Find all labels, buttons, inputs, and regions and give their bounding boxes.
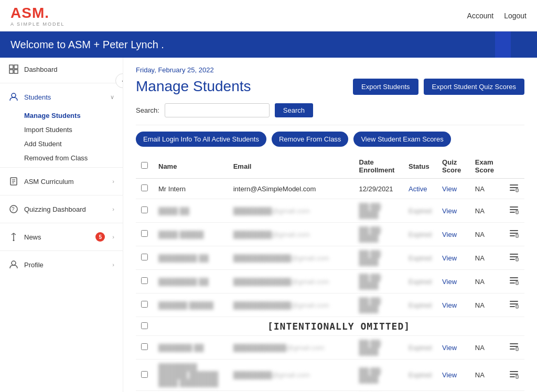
search-input[interactable] xyxy=(165,103,270,117)
remove-from-class-button[interactable]: Remove From Class xyxy=(272,132,348,147)
sidebar-item-news[interactable]: News 5 › xyxy=(0,225,123,248)
row-quiz-score[interactable]: View xyxy=(437,199,470,223)
row-select-checkbox[interactable] xyxy=(141,206,148,213)
svg-rect-25 xyxy=(510,254,518,255)
row-action-icon[interactable] xyxy=(503,199,524,223)
row-details-icon[interactable] xyxy=(509,302,519,311)
row-select-checkbox[interactable] xyxy=(141,254,148,260)
row-quiz-score[interactable]: View xyxy=(437,270,470,293)
row-details-icon[interactable] xyxy=(509,208,519,216)
quiz-score-link[interactable]: View xyxy=(442,371,457,379)
row-email: intern@ASimpleModel.com xyxy=(228,179,354,199)
svg-rect-16 xyxy=(516,189,518,192)
sidebar-item-profile[interactable]: Profile › xyxy=(0,253,123,276)
svg-rect-27 xyxy=(510,259,515,260)
sidebar-item-add-student[interactable]: Add Student xyxy=(24,137,123,151)
header-name: Name xyxy=(153,154,228,179)
row-action-icon[interactable] xyxy=(503,360,524,391)
curriculum-icon xyxy=(8,176,19,187)
sidebar-item-dashboard[interactable]: Dashboard xyxy=(0,58,123,81)
top-bar: ASM. A SIMPLE MODEL Account Logout xyxy=(0,0,537,31)
svg-rect-18 xyxy=(510,209,518,210)
email-login-button[interactable]: Email Login Info To All Active Students xyxy=(136,132,266,147)
export-students-button[interactable]: Export Students xyxy=(353,79,418,95)
quiz-score-link[interactable]: View xyxy=(442,278,457,286)
svg-point-12 xyxy=(12,261,16,265)
select-all-checkbox[interactable] xyxy=(141,162,148,169)
quiz-score-link[interactable]: View xyxy=(442,344,457,352)
svg-rect-23 xyxy=(510,235,515,236)
row-exam-score: NA xyxy=(470,336,503,360)
row-quiz-score[interactable]: View xyxy=(437,336,470,360)
row-name: ████ ██ xyxy=(153,199,228,223)
export-quiz-scores-button[interactable]: Export Student Quiz Scores xyxy=(424,79,524,95)
quiz-score-link[interactable]: View xyxy=(442,231,457,238)
svg-rect-40 xyxy=(516,347,518,351)
action-buttons-row: Email Login Info To All Active Students … xyxy=(136,132,524,147)
date-text: Friday, February 25, 2022 xyxy=(136,66,524,74)
logo-asm: ASM xyxy=(10,5,45,21)
row-exam-score: NA xyxy=(470,179,503,199)
logo-dot: . xyxy=(45,5,49,21)
news-icon xyxy=(8,232,19,242)
row-details-icon[interactable] xyxy=(509,278,519,287)
row-action-icon[interactable] xyxy=(503,179,524,199)
table-row: [INTENTIONALLY OMITTED] xyxy=(136,317,524,336)
row-action-icon[interactable] xyxy=(503,270,524,293)
row-select-checkbox[interactable] xyxy=(141,230,148,237)
quiz-score-link[interactable]: View xyxy=(442,254,457,262)
students-table: Name Email Date Enrollment Status Quiz S… xyxy=(136,154,524,392)
row-details-icon[interactable] xyxy=(509,231,519,240)
sidebar-item-asm-curriculum[interactable]: ASM Curriculum › xyxy=(0,170,123,193)
quiz-score-link[interactable]: View xyxy=(442,207,457,215)
row-email: ████████@gmail.com xyxy=(228,360,354,391)
row-details-icon[interactable] xyxy=(509,186,519,194)
row-quiz-score[interactable]: View xyxy=(437,179,470,199)
sidebar-item-students[interactable]: Students ∨ xyxy=(0,85,123,108)
sidebar-quizzing-label: Quizzing Dashboard xyxy=(24,205,107,213)
row-action-icon[interactable] xyxy=(503,336,524,360)
row-details-icon[interactable] xyxy=(509,372,519,381)
quiz-score-link[interactable]: View xyxy=(442,185,457,193)
quiz-score-link[interactable]: View xyxy=(442,301,457,309)
row-exam-score: NA xyxy=(470,360,503,391)
svg-rect-26 xyxy=(510,256,518,257)
logout-link[interactable]: Logout xyxy=(504,12,527,20)
svg-rect-30 xyxy=(510,280,518,281)
sidebar-news-label: News xyxy=(24,233,90,241)
row-select-checkbox[interactable] xyxy=(141,322,148,329)
row-quiz-score[interactable]: View xyxy=(437,246,470,270)
row-quiz-score[interactable]: View xyxy=(437,360,470,391)
svg-rect-32 xyxy=(516,281,518,285)
sidebar-item-import-students[interactable]: Import Students xyxy=(24,123,123,137)
row-select-checkbox[interactable] xyxy=(141,371,148,378)
content-area: Friday, February 25, 2022 Manage Student… xyxy=(123,58,537,392)
row-name: ██████ █████ xyxy=(153,293,228,317)
row-action-icon[interactable] xyxy=(503,223,524,246)
row-action-icon[interactable] xyxy=(503,293,524,317)
top-nav: Account Logout xyxy=(467,12,527,20)
row-quiz-score[interactable]: View xyxy=(437,293,470,317)
row-select-checkbox[interactable] xyxy=(141,343,148,350)
row-select-checkbox[interactable] xyxy=(141,301,148,308)
sidebar-dashboard-label: Dashboard xyxy=(24,66,114,73)
table-row: ███████ ██ ███████████@gmail.com ██/██/█… xyxy=(136,336,524,360)
search-button[interactable]: Search xyxy=(275,103,313,117)
row-details-icon[interactable] xyxy=(509,344,519,353)
account-link[interactable]: Account xyxy=(467,12,494,20)
view-exam-scores-button[interactable]: View Student Exam Scores xyxy=(353,132,450,147)
row-action-icon[interactable] xyxy=(503,246,524,270)
svg-rect-35 xyxy=(510,306,515,307)
profile-icon xyxy=(8,259,19,270)
logo-text: ASM. xyxy=(10,5,65,21)
row-select-checkbox[interactable] xyxy=(141,184,148,191)
sidebar-item-quizzing[interactable]: ? Quizzing Dashboard › xyxy=(0,198,123,221)
row-quiz-score[interactable]: View xyxy=(437,223,470,246)
sidebar-item-removed-from-class[interactable]: Removed from Class xyxy=(24,151,123,165)
sidebar-item-manage-students[interactable]: Manage Students xyxy=(24,108,123,123)
header-checkbox-col xyxy=(136,154,153,179)
header-exam-score: Exam Score xyxy=(470,154,503,179)
profile-chevron: › xyxy=(112,262,114,268)
row-select-checkbox[interactable] xyxy=(141,277,148,284)
row-details-icon[interactable] xyxy=(509,255,519,264)
